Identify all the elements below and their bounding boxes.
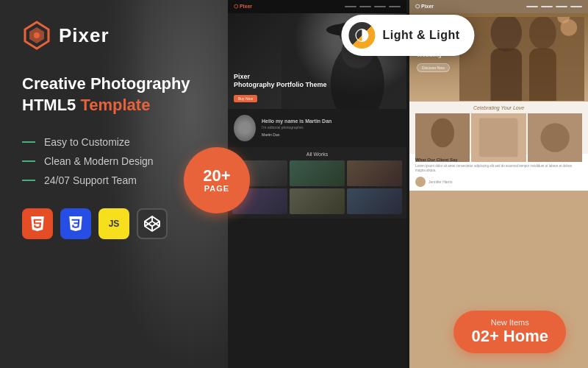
mock-dark-header: ⬡ Pixer — [228, 0, 406, 13]
feature-label: Clean & Modern Design — [44, 155, 154, 167]
portfolio-item — [290, 188, 345, 214]
badge-number: 20+ — [203, 168, 230, 184]
mock-celebrating-title: Celebrating Your Love — [415, 105, 582, 110]
nav-item — [374, 6, 386, 7]
mock-hero-title: PixerPhotography Portfolio Theme — [234, 73, 327, 90]
nav-item — [556, 6, 567, 7]
photo-item — [528, 113, 582, 162]
feature-dash — [22, 160, 35, 162]
nav-item — [389, 6, 401, 7]
svg-point-17 — [431, 118, 454, 148]
logo: Pixer — [22, 21, 213, 50]
mock-buy-button: Buy Now — [234, 95, 257, 102]
mock-photo-row — [415, 113, 582, 150]
headline-html5: HTML5 — [22, 96, 76, 114]
testimonial-avatar — [415, 177, 426, 187]
mock-avatar — [234, 115, 256, 141]
theme-toggle-label: Light & Light — [382, 29, 459, 42]
new-items-value: 02+ Home — [471, 327, 548, 346]
mock-portfolio-grid: All Works — [228, 147, 406, 219]
feature-item: Easy to Customize — [22, 136, 213, 148]
new-items-badge: New Items 02+ Home — [453, 311, 566, 353]
photo-item — [415, 113, 470, 162]
portfolio-item — [290, 160, 345, 186]
theme-toggle-button[interactable]: Light & Light — [341, 15, 474, 56]
mock-discover-button: Discover Now — [417, 63, 450, 72]
mock-grid-items — [232, 160, 402, 214]
mock-hero-text: PixerPhotography Portfolio Theme Buy Now — [234, 73, 327, 103]
headline-line1: Creative Photography — [22, 74, 213, 95]
codepen-icon — [137, 208, 168, 239]
mock-profile-name: Hello my name is Martin Dan — [262, 118, 401, 124]
portfolio-item — [347, 160, 402, 186]
testimonial-name: Jennifer Harris — [429, 180, 453, 184]
nav-item — [345, 6, 356, 7]
toggle-icon — [348, 22, 375, 49]
headline-line2: HTML5 Template — [22, 95, 213, 116]
photo-item — [471, 113, 526, 162]
tech-icons-row: JS — [22, 208, 213, 239]
mock-dark-logo: ⬡ Pixer — [234, 4, 252, 10]
new-items-label: New Items — [471, 318, 548, 327]
feature-label: Easy to Customize — [44, 136, 130, 148]
mock-profile-desc: I'm editorial photographer. — [262, 125, 401, 130]
css3-icon — [60, 208, 91, 239]
mock-author-name: Martin Dan — [262, 132, 401, 138]
nav-item — [541, 6, 553, 7]
page-count-badge: 20+ PAGE — [184, 147, 250, 213]
svg-rect-11 — [490, 49, 522, 101]
feature-dash — [22, 180, 35, 181]
mock-nav — [345, 6, 401, 7]
svg-point-21 — [540, 123, 570, 152]
svg-point-2 — [34, 32, 40, 38]
screenshots-area: Light & Light ⬡ Pixer — [228, 0, 588, 368]
headline-template: Template — [80, 96, 150, 114]
couple-image — [459, 17, 584, 101]
svg-rect-19 — [479, 118, 518, 158]
nav-item — [570, 6, 582, 7]
html5-icon — [22, 208, 53, 239]
brand-name: Pixer — [59, 24, 110, 47]
mock-light-nav — [526, 6, 582, 7]
mock-celebrating-section: Celebrating Your Love — [409, 102, 588, 154]
js-label: JS — [109, 219, 120, 229]
left-content: Pixer Creative Photography HTML5 Templat… — [22, 21, 213, 239]
feature-dash — [22, 141, 35, 143]
mock-light-logo: ⬡ Pixer — [415, 4, 434, 10]
mock-profile-section: Hello my name is Martin Dan I'm editoria… — [228, 109, 406, 147]
mock-testimonial-text: Lorem ipsum dolor sit amet consectetur a… — [415, 164, 582, 174]
mock-light-header: ⬡ Pixer — [409, 0, 588, 13]
feature-item: Clean & Modern Design — [22, 155, 213, 167]
nav-item — [526, 6, 538, 7]
feature-label: 24/07 Support Team — [44, 174, 137, 186]
logo-icon — [22, 21, 51, 50]
svg-point-12 — [529, 17, 556, 49]
headline: Creative Photography HTML5 Template — [22, 74, 213, 116]
portfolio-item — [347, 188, 402, 214]
badge-label: PAGE — [204, 184, 229, 193]
mock-profile-text: Hello my name is Martin Dan I'm editoria… — [262, 118, 401, 138]
nav-item — [359, 6, 371, 7]
javascript-icon: JS — [98, 208, 129, 239]
svg-rect-13 — [529, 49, 556, 101]
mock-grid-title: All Works — [232, 152, 402, 157]
